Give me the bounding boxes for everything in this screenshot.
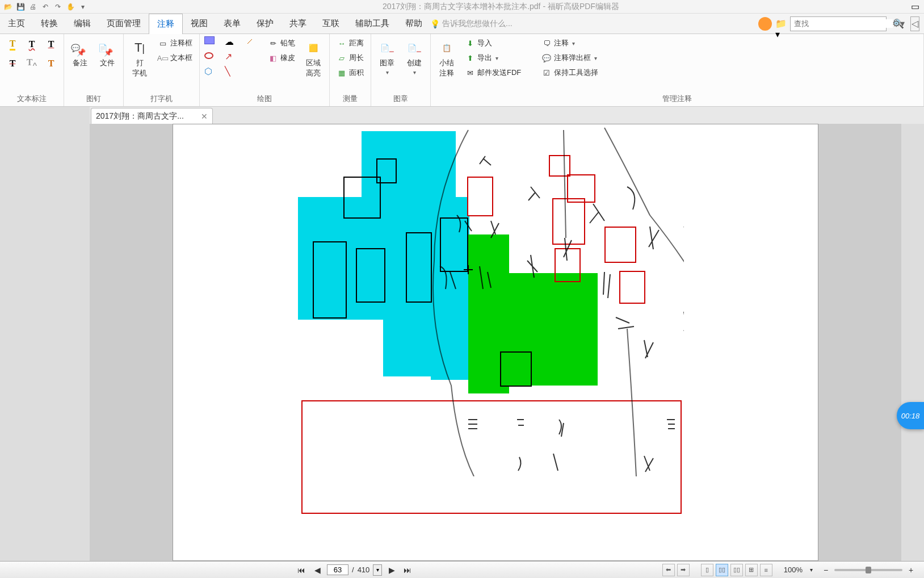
line-icon[interactable]: ╲ xyxy=(225,66,241,79)
settings-dropdown[interactable]: ⚙▾ xyxy=(890,18,907,29)
black-rect[interactable] xyxy=(313,241,347,319)
area-highlight-button[interactable]: 🟨 区域 高亮 xyxy=(302,36,325,81)
polyline-icon[interactable]: ⟋ xyxy=(245,36,261,50)
last-page-button[interactable]: ⏭ xyxy=(401,564,414,576)
perimeter-button[interactable]: ▱周长 xyxy=(334,51,366,65)
menu-home[interactable]: 主页 xyxy=(0,14,33,34)
single-page-view[interactable]: ▯ xyxy=(701,564,713,576)
undo-icon[interactable]: ↶ xyxy=(40,1,51,12)
menu-protect[interactable]: 保护 xyxy=(249,14,282,34)
facing-view[interactable]: ▯▯ xyxy=(730,564,743,576)
menu-convert[interactable]: 转换 xyxy=(33,14,66,34)
stamp-icon: 📄⎯ xyxy=(378,39,396,57)
nav-prev-icon[interactable]: ◁ xyxy=(910,16,919,31)
menu-pages[interactable]: 页面管理 xyxy=(99,14,149,34)
replace-icon[interactable]: T xyxy=(43,56,59,72)
reflow-view[interactable]: ≡ xyxy=(760,564,772,576)
black-rect[interactable] xyxy=(440,217,468,272)
black-rect[interactable] xyxy=(356,248,385,303)
eraser-button[interactable]: ◧橡皮 xyxy=(266,51,297,65)
black-rect[interactable] xyxy=(406,232,432,303)
menu-share[interactable]: 共享 xyxy=(282,14,314,34)
underline-icon[interactable]: T xyxy=(43,36,59,52)
timer-badge[interactable]: 00:18 xyxy=(897,402,924,429)
menu-comment[interactable]: 注释 xyxy=(149,14,183,34)
import-button[interactable]: ⬇导入 xyxy=(463,36,523,50)
export-icon: ⬆ xyxy=(465,53,475,63)
callout-button[interactable]: ▭注释框 xyxy=(156,36,195,50)
red-rect[interactable] xyxy=(467,177,493,216)
squiggly-icon[interactable]: T xyxy=(24,36,40,52)
right-gutter xyxy=(901,124,924,561)
next-page-button[interactable]: ▶ xyxy=(385,564,398,576)
strikeout-icon[interactable]: T xyxy=(5,56,20,72)
big-red-rect[interactable] xyxy=(301,400,682,514)
folder-dropdown-icon[interactable]: 📁▾ xyxy=(775,18,787,30)
menu-help[interactable]: 帮助 xyxy=(397,14,430,34)
menu-view[interactable]: 视图 xyxy=(183,14,216,34)
highlight-icon[interactable]: T xyxy=(5,36,20,52)
heart-icon[interactable] xyxy=(758,17,772,31)
page-number-input[interactable]: 63 xyxy=(327,564,348,575)
zoom-label: 100% xyxy=(784,566,803,574)
note-button[interactable]: 💬📌 备注 xyxy=(69,36,91,70)
hand-icon[interactable]: ✋ xyxy=(65,1,76,12)
create-stamp-button[interactable]: 📄⎯ 创建 ▾ xyxy=(403,36,426,78)
page-viewport[interactable] xyxy=(90,124,901,561)
zoom-plus-button[interactable]: + xyxy=(905,564,917,576)
prev-page-button[interactable]: ◀ xyxy=(311,564,324,576)
zoom-out-button[interactable]: ▾ xyxy=(805,564,817,576)
open-icon[interactable]: 📂 xyxy=(2,1,14,12)
print-icon[interactable]: 🖨 xyxy=(27,1,39,12)
red-rect[interactable] xyxy=(555,248,581,282)
summary-button[interactable]: 📋 小结 注释 xyxy=(435,36,458,81)
red-rect[interactable] xyxy=(552,198,585,245)
ribbon-toggle-icon[interactable]: ▭ xyxy=(911,1,919,12)
zoom-minus-button[interactable]: − xyxy=(820,564,832,576)
cloud-icon[interactable]: ☁ xyxy=(225,36,241,50)
first-page-button[interactable]: ⏮ xyxy=(295,564,308,576)
continuous-view[interactable]: ▯▯ xyxy=(716,564,728,576)
comments-button[interactable]: 🗨注释▾ xyxy=(539,36,600,50)
keep-tool-checkbox[interactable]: ☑保持工具选择 xyxy=(539,66,600,79)
close-tab-icon[interactable]: ✕ xyxy=(201,112,208,121)
black-rect[interactable] xyxy=(343,177,381,219)
stamp-button[interactable]: 📄⎯ 图章 ▾ xyxy=(376,36,398,78)
page-dropdown[interactable]: ▾ xyxy=(373,564,382,576)
menu-accessibility[interactable]: 辅助工具 xyxy=(347,14,397,34)
typewriter-button[interactable]: T| 打 字机 xyxy=(128,36,151,81)
red-rect[interactable] xyxy=(549,155,570,177)
email-fdf-button[interactable]: ✉邮件发送FDF xyxy=(463,66,523,79)
polygon-icon[interactable] xyxy=(245,51,261,65)
document-tab[interactable]: 2017刘翔：商周古文字... ✕ xyxy=(91,108,213,124)
file-attach-button[interactable]: 📄📌 文件 xyxy=(96,36,119,70)
distance-button[interactable]: ↔距离 xyxy=(334,36,366,50)
black-rect[interactable] xyxy=(500,351,532,387)
textbox-button[interactable]: A▭文本框 xyxy=(156,51,195,65)
back-view-button[interactable]: ⬅ xyxy=(662,564,675,576)
menu-edit[interactable]: 编辑 xyxy=(66,14,99,34)
menu-form[interactable]: 表单 xyxy=(216,14,249,34)
popup-button[interactable]: 💬注释弹出框▾ xyxy=(539,51,600,65)
zoom-thumb[interactable] xyxy=(866,567,871,573)
hexagon-icon[interactable]: ⬡ xyxy=(204,66,220,79)
continuous-facing-view[interactable]: ⊞ xyxy=(745,564,758,576)
red-rect[interactable] xyxy=(604,227,636,263)
zoom-slider[interactable] xyxy=(834,569,902,571)
export-button[interactable]: ⬆导出▾ xyxy=(463,51,523,65)
pencil-button[interactable]: ✏铅笔 xyxy=(266,36,297,50)
arrow-icon[interactable]: ↗ xyxy=(225,51,241,65)
save-icon[interactable]: 💾 xyxy=(15,1,26,12)
qat-dropdown-icon[interactable]: ▾ xyxy=(77,1,89,12)
forward-view-button[interactable]: ➡ xyxy=(677,564,690,576)
menu-connect[interactable]: 互联 xyxy=(314,14,347,34)
oval-icon[interactable] xyxy=(204,51,220,65)
redo-icon[interactable]: ↷ xyxy=(52,1,64,12)
area-highlight-icon: 🟨 xyxy=(304,39,322,57)
search-input[interactable] xyxy=(791,19,893,28)
tell-me[interactable]: 💡 告诉我您想做什么... xyxy=(430,19,513,29)
red-rect[interactable] xyxy=(619,271,645,304)
area-measure-button[interactable]: ▦面积 xyxy=(334,66,366,79)
caret-icon[interactable]: T^ xyxy=(24,56,40,72)
rect-icon[interactable] xyxy=(204,36,220,50)
